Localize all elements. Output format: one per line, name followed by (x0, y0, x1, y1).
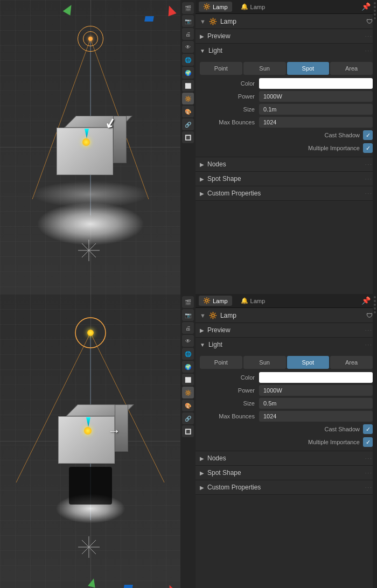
max-bounces-value-bottom[interactable]: 1024 (259, 411, 373, 422)
nodes-arrow-top: ▶ (200, 162, 204, 167)
lamp-dot-bottom (87, 330, 94, 336)
icon-compositing[interactable]: 🔳 (182, 131, 194, 143)
power-value-top[interactable]: 1000W (259, 91, 373, 102)
light-header-top[interactable]: ▼ Light ··· (196, 44, 377, 58)
icon-output-b[interactable]: 🖨 (182, 322, 194, 334)
max-bounces-row-top: Max Bounces 1024 (196, 116, 377, 129)
icon-object[interactable]: ⬜ (182, 80, 194, 92)
custom-props-label-bottom: Custom Properties (207, 484, 261, 491)
obj-dropdown-icon-top[interactable]: ▼ (200, 18, 206, 25)
header-bar-top: 🔆 Lamp 🔔 Lamp 📌 (196, 0, 377, 14)
obj-name-top[interactable]: Lamp (220, 18, 236, 25)
preview-section-bottom: ▶ Preview ··· (196, 323, 377, 338)
type-spot-top[interactable]: Spot (287, 62, 330, 75)
deco-blue-square (144, 16, 154, 22)
header-tab1-label-b: Lamp (213, 298, 228, 304)
custom-props-header-bottom[interactable]: ▶ Custom Properties ··· (196, 480, 377, 494)
light-header-bottom[interactable]: ▼ Light ··· (196, 338, 377, 352)
icon-constraint[interactable]: 🔗 (182, 118, 194, 130)
icon-world[interactable]: 🌍 (182, 67, 194, 79)
nodes-label-bottom: Nodes (207, 454, 226, 462)
type-sun-top[interactable]: Sun (243, 62, 286, 75)
custom-props-section-bottom: ▶ Custom Properties ··· (196, 480, 377, 495)
icon-scene[interactable]: 🎬 (182, 2, 194, 14)
max-bounces-value-top[interactable]: 1024 (259, 117, 373, 128)
pin-icon-top[interactable]: 📌 (358, 0, 374, 14)
lamp-icon-header-bottom: 🔆 (203, 297, 211, 304)
multi-importance-checkbox-top[interactable]: ✓ (363, 143, 373, 153)
icon-object-data-b[interactable]: 🔆 (182, 387, 194, 398)
light-label-top: Light (208, 47, 222, 54)
header-tab-lamp-icon-bottom[interactable]: 🔆 Lamp (199, 296, 232, 306)
cast-shadow-checkbox-top[interactable]: ✓ (363, 130, 373, 140)
lamp-target-top (83, 31, 98, 46)
spot-glow-top (37, 202, 144, 246)
light-content-top: Point Sun Spot Area Color Power (196, 58, 377, 157)
icon-view-b[interactable]: 👁 (182, 335, 194, 347)
obj-dropdown-icon-bottom[interactable]: ▼ (200, 312, 206, 319)
spot-shape-header-top[interactable]: ▶ Spot Shape ··· (196, 172, 377, 186)
preview-label-top: Preview (207, 32, 231, 40)
color-picker-bottom[interactable] (259, 372, 373, 383)
icon-output[interactable]: 🖨 (182, 28, 194, 40)
preview-header-bottom[interactable]: ▶ Preview ··· (196, 323, 377, 337)
type-spot-bottom[interactable]: Spot (287, 356, 330, 369)
power-row-bottom: Power 1000W (196, 384, 377, 397)
spot-shape-label-top: Spot Shape (207, 175, 241, 183)
obj-name-bottom[interactable]: Lamp (220, 312, 236, 319)
size-value-bottom[interactable]: 0.5m (259, 398, 373, 409)
icon-compositing-b[interactable]: 🔳 (182, 425, 194, 437)
viewport-top[interactable]: ↙ (0, 0, 180, 294)
spot-shape-header-bottom[interactable]: ▶ Spot Shape ··· (196, 466, 377, 480)
nodes-header-bottom[interactable]: ▶ Nodes ··· (196, 451, 377, 465)
custom-props-arrow-top: ▶ (200, 191, 204, 197)
icon-material[interactable]: 🎨 (182, 106, 194, 117)
power-value-bottom[interactable]: 1000W (259, 385, 373, 396)
pin-icon-bottom[interactable]: 📌 (358, 294, 374, 308)
header-tab2-label-b: Lamp (250, 298, 266, 304)
icon-world-b[interactable]: 🌍 (182, 361, 194, 373)
icon-scene2-b[interactable]: 🌐 (182, 348, 194, 360)
cube-top (57, 116, 127, 175)
type-area-top[interactable]: Area (330, 62, 373, 75)
size-value-top[interactable]: 0.1m (259, 104, 373, 115)
multi-importance-checkbox-bottom[interactable]: ✓ (363, 437, 373, 447)
icon-constraint-b[interactable]: 🔗 (182, 412, 194, 424)
icon-view[interactable]: 👁 (182, 41, 194, 53)
light-type-row-top: Point Sun Spot Area (196, 60, 377, 77)
icon-object-data[interactable]: 🔆 (182, 93, 194, 104)
nodes-label-top: Nodes (207, 160, 226, 168)
type-point-top[interactable]: Point (200, 62, 242, 75)
color-label-bottom: Color (200, 374, 259, 381)
light-label-bottom: Light (208, 341, 222, 348)
lamp-icon-header-top: 🔆 (203, 3, 211, 10)
icon-render[interactable]: 📷 (182, 15, 194, 27)
multi-importance-row-bottom: Multiple Importance ✓ (196, 436, 377, 449)
power-row-top: Power 1000W (196, 90, 377, 103)
viewport-bottom[interactable]: → (0, 294, 180, 588)
icon-object-b[interactable]: ⬜ (182, 374, 194, 386)
custom-props-arrow-bottom: ▶ (200, 485, 204, 491)
nodes-arrow-bottom: ▶ (200, 456, 204, 461)
header-tab-lamp2-bottom[interactable]: 🔔 Lamp (236, 296, 270, 306)
icon-material-b[interactable]: 🎨 (182, 400, 194, 411)
cast-shadow-checkbox-bottom[interactable]: ✓ (363, 424, 373, 434)
properties-panel-top: 🎬 📷 🖨 👁 🌐 🌍 ⬜ 🔆 🎨 🔗 🔳 🔆 Lamp (180, 0, 377, 294)
scrollbar-bottom[interactable] (373, 294, 377, 588)
custom-props-header-top[interactable]: ▶ Custom Properties ··· (196, 186, 377, 200)
icon-render-b[interactable]: 📷 (182, 309, 194, 321)
scrollbar-top[interactable] (373, 0, 377, 294)
spot-shape-section-bottom: ▶ Spot Shape ··· (196, 466, 377, 480)
cube-bottom (58, 404, 128, 464)
type-sun-bottom[interactable]: Sun (243, 356, 286, 369)
color-picker-top[interactable] (259, 78, 373, 89)
color-row-bottom: Color (196, 371, 377, 384)
preview-header-top[interactable]: ▶ Preview ··· (196, 29, 377, 43)
icon-scene2[interactable]: 🌐 (182, 54, 194, 66)
type-point-bottom[interactable]: Point (200, 356, 242, 369)
header-tab-lamp2-top[interactable]: 🔔 Lamp (236, 2, 270, 12)
nodes-header-top[interactable]: ▶ Nodes ··· (196, 157, 377, 171)
type-area-bottom[interactable]: Area (330, 356, 373, 369)
icon-scene-b[interactable]: 🎬 (182, 296, 194, 308)
header-tab-lamp-icon-top[interactable]: 🔆 Lamp (199, 2, 232, 12)
